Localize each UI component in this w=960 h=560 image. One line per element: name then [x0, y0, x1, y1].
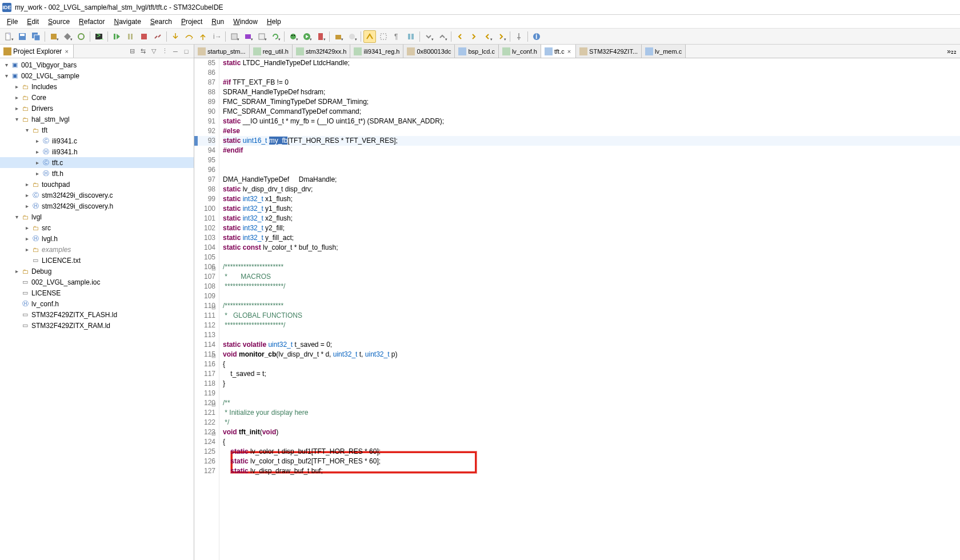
tree-item[interactable]: ▸🗀Debug: [0, 266, 194, 277]
line-number[interactable]: 94: [194, 146, 215, 155]
instruction-step-icon[interactable]: i→: [210, 30, 223, 43]
menu-navigate[interactable]: Navigate: [109, 16, 145, 27]
build-config-button[interactable]: [61, 30, 74, 43]
line-number[interactable]: 119: [194, 389, 215, 398]
code-line[interactable]: }: [223, 379, 960, 389]
tree-item[interactable]: ▸Ⓗstm32f429i_discovery.h: [0, 201, 194, 211]
link-editor-icon[interactable]: ⇆: [138, 46, 148, 57]
tree-item[interactable]: ▭LICENSE: [0, 287, 194, 298]
code-line[interactable]: static __IO uint16_t * my_fb = (__IO uin…: [223, 117, 960, 126]
tree-item[interactable]: ▸Ⓗili9341.h: [0, 146, 194, 157]
code-line[interactable]: static lv_color_t disp_buf2[TFT_HOR_RES …: [223, 457, 960, 466]
line-number[interactable]: 90: [194, 107, 215, 117]
line-number[interactable]: 117: [194, 369, 215, 379]
step-over-icon[interactable]: [183, 30, 195, 43]
tree-item[interactable]: ▸🗀src: [0, 222, 194, 233]
caret-icon[interactable]: ▾: [13, 116, 21, 122]
menu-source[interactable]: Source: [43, 16, 74, 27]
tree-item[interactable]: ▸🗀examples: [0, 244, 194, 255]
explorer-tab[interactable]: Project Explorer ×: [0, 45, 74, 58]
gutter[interactable]: 8586878889909192939495969798991001011021…: [194, 58, 219, 560]
code-line[interactable]: static int32_t y1_flush;: [223, 204, 960, 214]
editor-tab[interactable]: reg_util.h: [250, 45, 293, 58]
menu-edit[interactable]: Edit: [22, 16, 43, 27]
code-line[interactable]: /**********************: [223, 262, 960, 272]
nav-forward-dd[interactable]: [495, 30, 507, 43]
code-line[interactable]: static const lv_color_t * buf_to_flush;: [223, 243, 960, 253]
refresh-dropdown[interactable]: [269, 30, 282, 43]
external-tools[interactable]: [314, 30, 327, 43]
line-number[interactable]: 86: [194, 68, 215, 78]
new-button[interactable]: [2, 30, 15, 43]
code-line[interactable]: static LTDC_HandleTypeDef LtdcHandle;: [223, 58, 960, 68]
line-number[interactable]: 110⊟: [194, 301, 215, 311]
line-number[interactable]: 101: [194, 214, 215, 223]
caret-icon[interactable]: ▸: [13, 83, 21, 90]
line-number[interactable]: 103: [194, 233, 215, 243]
editor-tab[interactable]: tft.c×: [541, 45, 576, 58]
tree-item[interactable]: ▾🗀lvgl: [0, 211, 194, 222]
menu-window[interactable]: Window: [229, 16, 262, 27]
code-line[interactable]: [223, 165, 960, 175]
caret-icon[interactable]: ▸: [23, 203, 31, 209]
caret-icon[interactable]: ▸: [13, 94, 21, 101]
suspend-icon[interactable]: [124, 30, 137, 43]
tree-item[interactable]: ▸🗀Includes: [0, 81, 194, 92]
line-number[interactable]: 109: [194, 291, 215, 301]
line-number[interactable]: 85: [194, 58, 215, 68]
code-line[interactable]: [223, 155, 960, 165]
toggle-whitespace-button[interactable]: ¶: [391, 30, 403, 43]
editor-tab[interactable]: bsp_lcd.c: [455, 45, 498, 58]
line-number[interactable]: 97: [194, 175, 215, 185]
step-return-icon[interactable]: [197, 30, 209, 43]
caret-icon[interactable]: ▾: [2, 62, 10, 68]
close-icon[interactable]: ×: [63, 48, 69, 55]
build-target-button[interactable]: [75, 30, 87, 43]
caret-icon[interactable]: ▸: [33, 170, 41, 177]
code-line[interactable]: {: [223, 359, 960, 369]
explorer-tree[interactable]: ▾▣001_Vibgyor_bars▾▣002_LVGL_sample▸🗀Inc…: [0, 58, 194, 560]
tree-item[interactable]: ▸Ⓒstm32f429i_discovery.c: [0, 190, 194, 201]
nav-forward[interactable]: [467, 30, 480, 43]
code-line[interactable]: static int32_t x2_flush;: [223, 214, 960, 223]
line-number[interactable]: 104: [194, 243, 215, 253]
prev-annotation[interactable]: [436, 30, 449, 43]
code-line[interactable]: * GLOBAL FUNCTIONS: [223, 311, 960, 321]
code-line[interactable]: static uint16_t my_fb[TFT_HOR_RES * TFT_…: [223, 136, 960, 146]
collapse-all-icon[interactable]: ⊟: [127, 46, 137, 57]
code-line[interactable]: FMC_SDRAM_CommandTypeDef command;: [223, 107, 960, 117]
terminate-icon[interactable]: [138, 30, 150, 43]
resume-icon[interactable]: [110, 30, 123, 43]
maximize-icon[interactable]: □: [181, 46, 191, 57]
caret-icon[interactable]: ▾: [2, 73, 10, 79]
tree-item[interactable]: ▸Ⓗtft.h: [0, 168, 194, 179]
tree-item[interactable]: ▾▣001_Vibgyor_bars: [0, 59, 194, 70]
show-selected-element[interactable]: [405, 30, 417, 43]
line-number[interactable]: 114: [194, 340, 215, 350]
line-number[interactable]: 92: [194, 126, 215, 136]
editor[interactable]: 8586878889909192939495969798991001011021…: [194, 58, 960, 560]
line-number[interactable]: 121: [194, 408, 215, 418]
tree-item[interactable]: ▸🗀Drivers: [0, 103, 194, 114]
line-number[interactable]: 87: [194, 78, 215, 87]
code-line[interactable]: [223, 389, 960, 398]
code-line[interactable]: #else: [223, 126, 960, 136]
view-menu-icon[interactable]: ⋮: [159, 46, 170, 57]
code[interactable]: static LTDC_HandleTypeDef LtdcHandle;#if…: [219, 58, 960, 560]
code-line[interactable]: [223, 253, 960, 262]
caret-icon[interactable]: ▸: [23, 225, 31, 231]
line-number[interactable]: 111: [194, 311, 215, 321]
code-line[interactable]: static lv_disp_draw_buf_t buf;: [223, 466, 960, 476]
tree-item[interactable]: ▭002_LVGL_sample.ioc: [0, 277, 194, 287]
menu-project[interactable]: Project: [177, 16, 207, 27]
tree-item[interactable]: ▾▣002_LVGL_sample: [0, 70, 194, 81]
line-number[interactable]: 124: [194, 437, 215, 447]
code-line[interactable]: t_saved = t;: [223, 369, 960, 379]
line-number[interactable]: 100: [194, 204, 215, 214]
tree-item[interactable]: ▭STM32F429ZITX_RAM.ld: [0, 320, 194, 331]
run-button[interactable]: [301, 30, 313, 43]
info-button[interactable]: i: [530, 30, 543, 43]
line-number[interactable]: 113: [194, 330, 215, 340]
editor-tab[interactable]: 0x800013dc: [403, 45, 455, 58]
code-line[interactable]: [223, 291, 960, 301]
